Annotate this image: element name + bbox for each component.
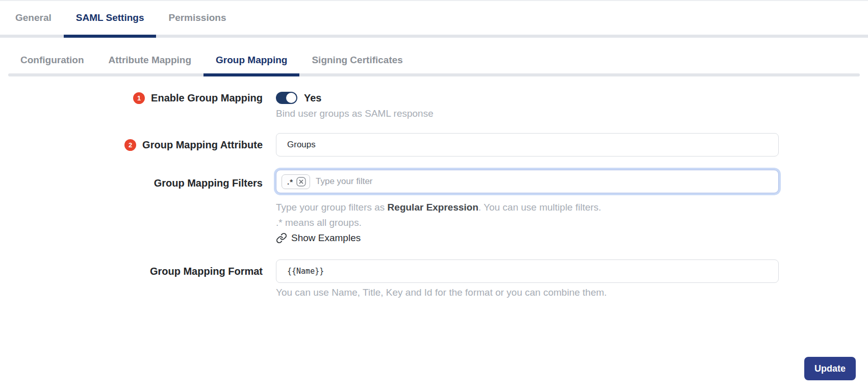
group-mapping-filters-input[interactable] xyxy=(316,170,773,193)
filter-chip-value: .* xyxy=(287,177,293,186)
group-mapping-form: 1 Enable Group Mapping Yes Bind user gro… xyxy=(0,91,868,298)
toggle-state-label: Yes xyxy=(304,92,321,104)
filters-helper-prefix: Type your group filters as xyxy=(276,202,388,213)
tab-permissions-label: Permissions xyxy=(168,12,226,23)
group-mapping-format-helper: You can use Name, Title, Key and Id for … xyxy=(276,287,779,298)
tab-general-label: General xyxy=(15,12,52,23)
row-group-mapping-attribute: 2 Group Mapping Attribute xyxy=(0,133,868,157)
show-examples-link[interactable]: Show Examples xyxy=(276,230,779,246)
filter-chip: .* xyxy=(282,174,310,189)
group-mapping-format-label: Group Mapping Format xyxy=(150,266,263,277)
chip-remove-icon[interactable] xyxy=(296,177,306,187)
row-group-mapping-filters: Group Mapping Filters .* Type your group… xyxy=(0,170,868,246)
subtab-configuration-label: Configuration xyxy=(20,55,84,66)
row-enable-group-mapping: 1 Enable Group Mapping Yes Bind user gro… xyxy=(0,91,868,119)
main-tabbar: General SAML Settings Permissions xyxy=(0,0,868,35)
group-mapping-attribute-label: Group Mapping Attribute xyxy=(142,139,263,151)
toggle-knob xyxy=(286,93,296,103)
step-badge-1: 1 xyxy=(133,92,145,104)
row-group-mapping-format: Group Mapping Format You can use Name, T… xyxy=(0,259,868,298)
sub-tabbar: Configuration Attribute Mapping Group Ma… xyxy=(0,47,868,76)
enable-group-mapping-toggle[interactable] xyxy=(276,92,297,104)
filters-helper-strong: Regular Expression xyxy=(388,202,478,213)
subtab-group-mapping[interactable]: Group Mapping xyxy=(203,47,299,73)
filters-helper-line1: Type your group filters as Regular Expre… xyxy=(276,200,779,215)
group-mapping-filters-field[interactable]: .* xyxy=(276,170,779,193)
enable-group-mapping-helper: Bind user groups as SAML response xyxy=(276,108,779,119)
subtab-attribute-mapping-label: Attribute Mapping xyxy=(109,55,192,66)
tab-saml-settings-label: SAML Settings xyxy=(76,12,144,23)
group-mapping-format-input[interactable] xyxy=(276,259,779,283)
link-icon xyxy=(276,232,287,244)
filters-helper-line2: .* means all groups. xyxy=(276,215,779,230)
step-badge-2: 2 xyxy=(124,139,136,151)
subtab-group-mapping-label: Group Mapping xyxy=(216,55,287,66)
tab-general[interactable]: General xyxy=(3,1,64,35)
tab-permissions[interactable]: Permissions xyxy=(156,1,238,35)
tab-saml-settings[interactable]: SAML Settings xyxy=(64,1,157,35)
enable-group-mapping-label: Enable Group Mapping xyxy=(151,92,263,104)
subtab-signing-certificates[interactable]: Signing Certificates xyxy=(299,47,415,73)
group-mapping-attribute-input[interactable] xyxy=(276,133,779,157)
update-button[interactable]: Update xyxy=(804,357,856,380)
subtab-signing-certificates-label: Signing Certificates xyxy=(312,55,402,66)
group-mapping-filters-label: Group Mapping Filters xyxy=(154,177,263,189)
filters-helper-suffix: . You can use multiple filters. xyxy=(478,202,601,213)
show-examples-label: Show Examples xyxy=(291,232,361,244)
subtab-configuration[interactable]: Configuration xyxy=(8,47,96,73)
sub-tabs-divider xyxy=(8,73,860,76)
form-footer: Update xyxy=(0,357,868,380)
subtab-attribute-mapping[interactable]: Attribute Mapping xyxy=(96,47,204,73)
